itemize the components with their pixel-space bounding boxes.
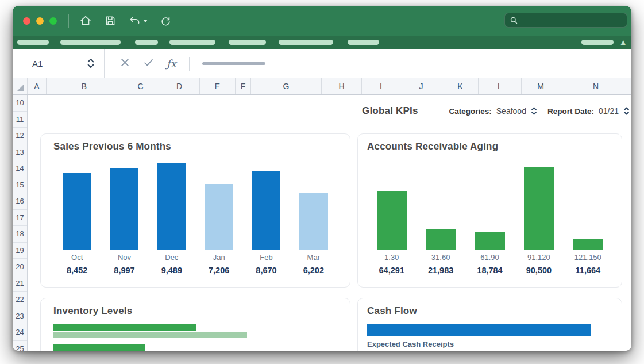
chart-column: Oct8,452: [53, 158, 101, 275]
report-date-stepper-icon[interactable]: [623, 106, 630, 116]
row-header-18[interactable]: 18: [13, 226, 27, 243]
hbar-group: [53, 344, 338, 351]
hbar[interactable]: [53, 324, 196, 331]
ribbon-placeholder-pill[interactable]: [279, 40, 333, 45]
hbar[interactable]: [53, 332, 247, 338]
bar-jan[interactable]: [205, 184, 233, 250]
column-header-M[interactable]: M: [522, 78, 560, 94]
ribbon-placeholder-pill[interactable]: [348, 40, 379, 45]
chart-column: Jan7,206: [195, 158, 242, 275]
select-all-button[interactable]: [13, 78, 28, 94]
ribbon-collapse-icon[interactable]: ▲: [621, 38, 626, 47]
row-header-24[interactable]: 24: [13, 324, 27, 341]
bar-dec[interactable]: [157, 163, 186, 250]
chart-column: 1.3064,291: [367, 158, 416, 275]
bar-121.150[interactable]: [573, 239, 603, 250]
column-header-H[interactable]: H: [322, 78, 362, 94]
ribbon-placeholder-pill[interactable]: [60, 40, 121, 45]
column-header-L[interactable]: L: [479, 78, 522, 94]
row-header-10[interactable]: 10: [13, 95, 27, 112]
row-header-13[interactable]: 13: [13, 144, 27, 161]
row-header-16[interactable]: 16: [13, 193, 27, 210]
redo-icon[interactable]: [160, 16, 171, 26]
row-header-14[interactable]: 14: [13, 160, 27, 177]
bar-91.120[interactable]: [524, 167, 554, 250]
value-label: 8,670: [256, 266, 276, 275]
category-label: 1.30: [384, 253, 399, 262]
bar-feb[interactable]: [252, 171, 280, 250]
bar-31.60[interactable]: [426, 229, 456, 250]
row-header-22[interactable]: 22: [13, 292, 27, 308]
value-label: 8,452: [67, 266, 87, 275]
row-headers: 10 11 12 13 14 15 16 17 18 19 20 21 22 2…: [13, 95, 28, 351]
zoom-button[interactable]: [49, 17, 57, 25]
value-label: 21,983: [428, 266, 453, 275]
hbar-group: [53, 324, 338, 338]
titlebar-divider: [68, 14, 69, 28]
row-header-15[interactable]: 15: [13, 177, 27, 194]
minimize-button[interactable]: [36, 17, 44, 25]
name-box-stepper-icon[interactable]: [87, 57, 95, 71]
home-icon[interactable]: [79, 14, 92, 27]
column-header-N[interactable]: N: [560, 78, 631, 94]
row-header-19[interactable]: 19: [13, 243, 27, 259]
titlebar: [13, 6, 631, 36]
column-header-B[interactable]: B: [47, 78, 122, 94]
formula-divider: [189, 57, 190, 71]
ribbon-placeholder-pill[interactable]: [135, 40, 158, 45]
bar-1.30[interactable]: [377, 191, 407, 250]
column-header-G[interactable]: G: [251, 78, 322, 94]
sheet[interactable]: Global KPIs Categories: Seafood Report D…: [28, 95, 631, 351]
ribbon-placeholder-pill[interactable]: [169, 40, 215, 45]
column-header-J[interactable]: J: [400, 78, 442, 94]
row-header-21[interactable]: 21: [13, 275, 27, 292]
undo-caret-icon[interactable]: [143, 20, 148, 22]
bar-mar[interactable]: [299, 193, 328, 250]
report-date-value[interactable]: 01/21: [599, 106, 619, 116]
cashflow-card: Cash Flow Expected Cash Receipts: [357, 298, 622, 351]
search-input[interactable]: [504, 13, 627, 28]
select-all-triangle-icon: [17, 84, 24, 91]
category-label: 31.60: [431, 253, 450, 262]
ribbon-placeholder-pill[interactable]: [229, 40, 266, 45]
column-header-D[interactable]: D: [159, 78, 200, 94]
function-icon[interactable]: ƒx: [167, 58, 176, 70]
column-header-A[interactable]: A: [28, 78, 47, 94]
categories-stepper-icon[interactable]: [531, 106, 537, 116]
row-header-17[interactable]: 17: [13, 210, 27, 227]
row-header-20[interactable]: 20: [13, 259, 27, 275]
bar-61.90[interactable]: [475, 232, 505, 250]
column-header-K[interactable]: K: [442, 78, 479, 94]
close-button[interactable]: [23, 17, 30, 25]
name-box[interactable]: A1: [13, 49, 105, 78]
hbar-group: Expected Cash Receipts: [367, 324, 614, 348]
column-header-F[interactable]: F: [236, 78, 251, 94]
ribbon-placeholder-pill[interactable]: [17, 40, 49, 45]
row-header-11[interactable]: 11: [13, 112, 27, 128]
row-header-23[interactable]: 23: [13, 308, 27, 325]
confirm-icon[interactable]: [143, 57, 154, 70]
cancel-icon[interactable]: [119, 57, 130, 70]
categories-value[interactable]: Seafood: [496, 106, 526, 116]
row-header-12[interactable]: 12: [13, 128, 27, 144]
ribbon-placeholder-pill[interactable]: [581, 40, 614, 45]
chart-column: 61.9018,784: [465, 158, 514, 275]
report-date-label: Report Date:: [547, 107, 594, 116]
cashflow-card-title: Cash Flow: [367, 305, 622, 317]
column-header-E[interactable]: E: [200, 78, 236, 94]
chart-column: 121.15011,664: [564, 158, 612, 275]
formula-input[interactable]: [202, 62, 265, 65]
column-header-C[interactable]: C: [122, 78, 159, 94]
cashflow-chart: Expected Cash Receipts: [367, 324, 614, 348]
save-icon[interactable]: [105, 15, 116, 26]
row-header-25[interactable]: 25: [13, 341, 27, 351]
sales-card-title: Sales Previous 6 Months: [53, 141, 350, 152]
hbar[interactable]: [367, 324, 591, 336]
column-header-I[interactable]: I: [362, 78, 400, 94]
x-axis-line: [367, 250, 612, 250]
bar-oct[interactable]: [63, 173, 91, 250]
value-label: 18,784: [477, 266, 502, 275]
hbar[interactable]: [53, 344, 145, 351]
undo-icon[interactable]: [129, 15, 141, 27]
bar-nov[interactable]: [110, 168, 138, 250]
